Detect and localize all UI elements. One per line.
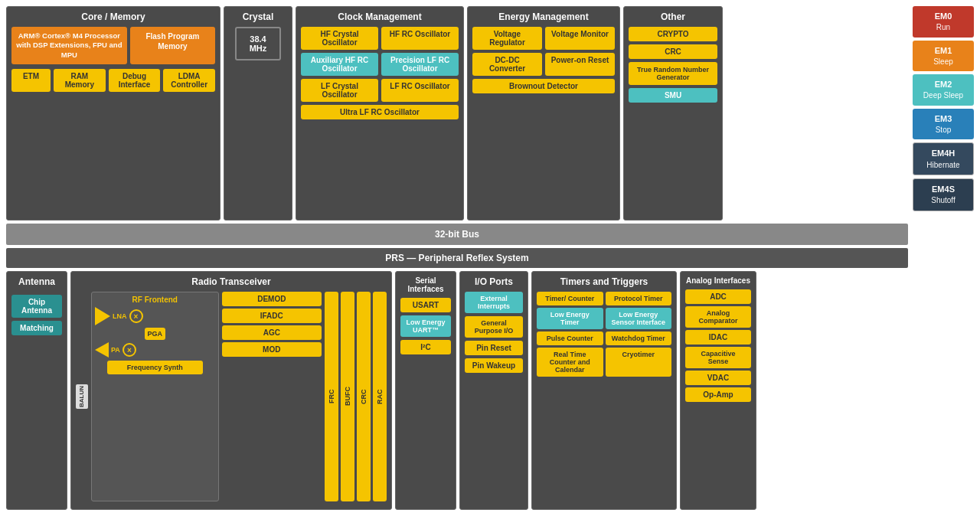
debug-block: Debug Interface xyxy=(109,69,161,92)
lf-rc-block: LF RC Oscillator xyxy=(381,79,459,102)
crystal-freq: 38.4 MHz xyxy=(235,27,281,60)
crypto-block: CRYPTO xyxy=(629,27,717,41)
idac-block: IDAC xyxy=(685,330,751,345)
other-section: Other CRYPTO CRC True Random Number Gene… xyxy=(623,6,723,220)
lf-crystal-block: LF Crystal Oscillator xyxy=(301,79,378,102)
analog-section: Analog Interfaces ADC Analog Comparator … xyxy=(680,271,756,510)
timer-counter-block: Timer/ Counter xyxy=(537,292,603,305)
pin-reset-block: Pin Reset xyxy=(465,341,523,355)
demod-col: DEMOD IFADC AGC MOD xyxy=(222,292,322,501)
io-col: External Interrupts General Purpose I/O … xyxy=(465,292,523,373)
em3-legend: EM3 Stop xyxy=(913,109,974,140)
serial-col: USART Low Energy UART™ I²C xyxy=(400,298,451,354)
watchdog-block: Watchdog Timer xyxy=(606,331,672,345)
analog-title: Analog Interfaces xyxy=(685,276,751,285)
timers-title: Timers and Triggers xyxy=(537,276,671,287)
cap-sense-block: Capacitive Sense xyxy=(685,347,751,368)
clock-grid: HF Crystal Oscillator HF RC Oscillator A… xyxy=(301,27,459,119)
em3-sublabel: Stop xyxy=(936,126,952,134)
bus-bar: 32-bit Bus xyxy=(6,224,908,245)
timers-section: Timers and Triggers Timer/ Counter Proto… xyxy=(531,271,677,510)
other-col: CRYPTO CRC True Random Number Generator … xyxy=(629,27,717,103)
em0-legend: EM0 Run xyxy=(913,6,974,38)
cryotimer-block: Cryotimer xyxy=(606,348,672,377)
radio-section: Radio Transceiver BALUN RF Frontend LNA … xyxy=(70,271,392,510)
arm-block: ARM® Cortex® M4 Processor with DSP Exten… xyxy=(11,27,127,64)
radio-inner: BALUN RF Frontend LNA × PGA xyxy=(76,292,387,501)
prs-bar: PRS — Peripheral Reflex System xyxy=(6,248,908,268)
general-io-block: General Purpose I/O xyxy=(465,316,523,338)
pulse-counter-block: Pulse Counter xyxy=(537,331,603,345)
agc-block: AGC xyxy=(222,325,322,340)
rf-row-lna: LNA × xyxy=(95,307,215,325)
balun-block: BALUN xyxy=(76,384,88,409)
dcdc-block: DC-DC Converter xyxy=(472,53,542,76)
bottom-section: Antenna Chip Antenna Matching Radio Tran… xyxy=(6,271,908,510)
low-energy-sensor-block: Low Energy Sensor Interface xyxy=(606,308,672,329)
adc-block: ADC xyxy=(685,289,751,304)
antenna-title: Antenna xyxy=(11,276,62,287)
rf-frontend: RF Frontend LNA × PGA PA × xyxy=(91,292,219,501)
demod-block: DEMOD xyxy=(222,292,322,306)
mixer-bottom: × xyxy=(122,343,136,357)
rf-row-pa: PA × xyxy=(95,342,215,358)
antenna-section: Antenna Chip Antenna Matching xyxy=(6,271,67,510)
em4h-legend: EM4H Hibernate xyxy=(913,142,974,175)
timers-grid: Timer/ Counter Protocol Timer Low Energy… xyxy=(537,292,671,377)
rac-block: RAC xyxy=(373,292,387,501)
opamp-block: Op-Amp xyxy=(685,387,751,402)
bufc-block: BUFC xyxy=(341,292,354,501)
serial-title: Serial Interfaces xyxy=(400,276,451,293)
em0-label: EM0 xyxy=(935,11,952,21)
mixer-top: × xyxy=(129,309,143,323)
em4s-label: EM4S xyxy=(932,185,955,194)
crystal-section: Crystal 38.4 MHz xyxy=(224,6,292,220)
rf-title: RF Frontend xyxy=(95,296,215,304)
em4h-sublabel: Hibernate xyxy=(926,161,959,169)
chip-antenna-block: Chip Antenna xyxy=(11,295,62,318)
crc-block: CRC xyxy=(629,44,717,59)
realtime-block: Real Time Counter and Calendar xyxy=(537,348,603,377)
core-top-row: ARM® Cortex® M4 Processor with DSP Exten… xyxy=(11,27,215,64)
ldma-block: LDMA Controller xyxy=(163,69,215,92)
clock-section: Clock Management HF Crystal Oscillator H… xyxy=(296,6,464,220)
legend-area: EM0 Run EM1 Sleep EM2 Deep Sleep EM3 Sto… xyxy=(913,6,974,510)
em1-sublabel: Sleep xyxy=(933,57,953,66)
em2-sublabel: Deep Sleep xyxy=(923,91,963,100)
pin-wakeup-block: Pin Wakeup xyxy=(465,358,523,373)
low-energy-uart-block: Low Energy UART™ xyxy=(400,315,451,337)
serial-section: Serial Interfaces USART Low Energy UART™… xyxy=(395,271,456,510)
core-memory-section: Core / Memory ARM® Cortex® M4 Processor … xyxy=(6,6,220,220)
em0-sublabel: Run xyxy=(936,23,950,31)
radio-title: Radio Transceiver xyxy=(76,276,387,287)
vertical-blocks: FRC BUFC CRC RAC xyxy=(325,292,387,501)
io-section: I/O Ports External Interrupts General Pu… xyxy=(459,271,528,510)
ext-interrupts-block: External Interrupts xyxy=(465,292,523,313)
ultra-lf-block: Ultra LF RC Oscillator xyxy=(301,105,459,119)
crc-vert-block: CRC xyxy=(357,292,371,501)
lna-triangle xyxy=(95,307,110,325)
precision-lf-block: Precision LF RC Oscillator xyxy=(381,53,459,76)
em3-label: EM3 xyxy=(935,114,952,123)
em4h-label: EM4H xyxy=(932,149,956,158)
core-memory-title: Core / Memory xyxy=(11,11,215,22)
other-title: Other xyxy=(629,11,717,22)
energy-grid: Voltage Regulator Voltage Monitor DC-DC … xyxy=(472,27,615,93)
ifadc-block: IFADC xyxy=(222,309,322,323)
vdac-block: VDAC xyxy=(685,371,751,385)
freq-synth-block: Frequency Synth xyxy=(107,361,203,374)
diagram-area: Core / Memory ARM® Cortex® M4 Processor … xyxy=(6,6,908,510)
flash-block: Flash Program Memory xyxy=(130,27,215,64)
freq-synth-row: Frequency Synth xyxy=(95,361,215,374)
hf-crystal-block: HF Crystal Oscillator xyxy=(301,27,378,50)
pga-row: PGA xyxy=(95,328,215,340)
clock-title: Clock Management xyxy=(301,11,459,22)
poweron-block: Power-on Reset xyxy=(545,53,615,76)
em2-label: EM2 xyxy=(935,80,952,89)
low-energy-timer-block: Low Energy Timer xyxy=(537,308,603,329)
smu-block: SMU xyxy=(629,88,717,103)
matching-block: Matching xyxy=(11,321,62,335)
brownout-block: Brownout Detector xyxy=(472,79,615,93)
energy-title: Energy Management xyxy=(472,11,615,22)
em1-legend: EM1 Sleep xyxy=(913,41,974,72)
